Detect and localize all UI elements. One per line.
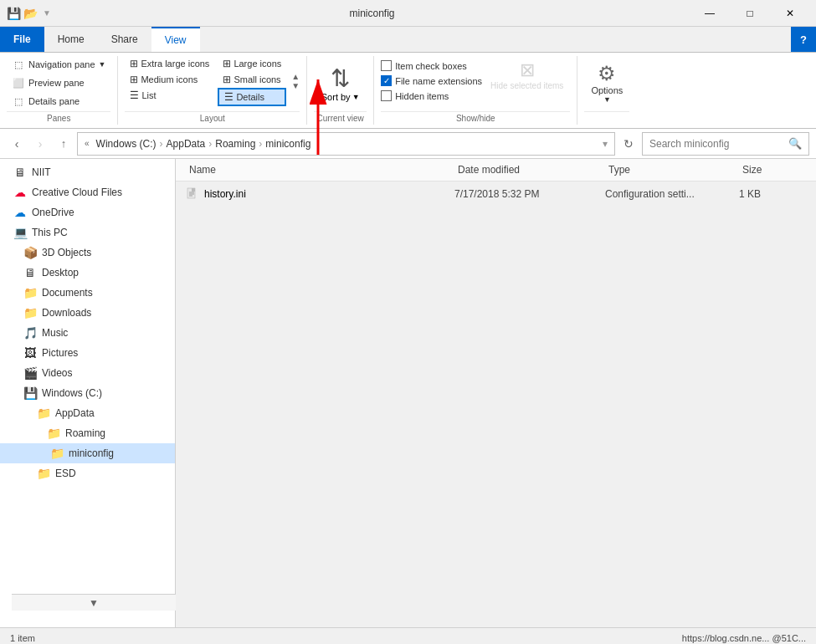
layout-large-icon: ⊞ [223,58,231,69]
windows-c-label: Windows (C:) [42,387,102,399]
sort-label-row: Sort by ▼ [321,92,360,102]
forward-button[interactable]: › [30,134,50,154]
navigation-pane-button[interactable]: ⬚ Navigation pane ▼ [7,56,110,73]
hidden-items-label: Hidden items [395,91,449,101]
hidden-items-checkbox[interactable] [381,90,392,101]
file-type: Configuration setti... [605,188,739,200]
window-controls: — □ ✕ [690,0,809,27]
sidebar-item-niit[interactable]: 🖥 NIIT [0,162,175,182]
breadcrumb-windows[interactable]: Windows (C:) [96,138,157,150]
niit-icon: 🖥 [13,166,27,179]
layout-medium[interactable]: ⊞ Medium icons [125,72,214,87]
layout-small[interactable]: ⊞ Small icons [218,72,286,87]
appdata-icon: 📁 [37,406,50,420]
layout-list[interactable]: ☰ List [125,88,214,103]
col-header-date[interactable]: Date modified [454,162,605,177]
sidebar-item-pictures[interactable]: 🖼 Pictures [0,343,175,363]
minimize-button[interactable]: — [690,0,729,27]
options-group-spacer [584,111,629,125]
downloads-icon: 📁 [23,306,37,319]
sidebar-item-this-pc[interactable]: 💻 This PC [0,222,175,243]
tab-file[interactable]: File [0,27,44,52]
col-header-name[interactable]: Name [186,162,454,177]
sort-arrow: ▼ [352,93,360,101]
onedrive-icon: ☁ [13,206,27,219]
layout-grid-2: ⊞ Large icons ⊞ Small icons ☰ Details [218,56,286,106]
options-button[interactable]: ⚙ Options ▼ [584,59,629,107]
col-header-type[interactable]: Type [605,162,739,177]
sidebar-item-windows-c[interactable]: 💾 Windows (C:) [0,383,175,403]
layout-large[interactable]: ⊞ Large icons [218,56,286,71]
tab-view[interactable]: View [151,27,200,52]
scroll-down-arrow[interactable]: ▼ [291,81,300,90]
help-icon[interactable]: ? [791,27,816,52]
search-icon[interactable]: 🔍 [788,137,802,150]
layout-details-icon: ☰ [224,91,234,103]
details-pane-button[interactable]: ⬚ Details pane [7,93,110,110]
sidebar-item-documents[interactable]: 📁 Documents [0,283,175,303]
file-name-cell: history.ini [186,187,454,201]
title-bar: 💾 📂 ▼ miniconfig — □ ✕ [0,0,816,27]
file-icon [186,187,199,201]
tab-share[interactable]: Share [98,27,151,52]
sidebar-item-music[interactable]: 🎵 Music [0,323,175,343]
preview-pane-label: Preview pane [28,78,85,88]
downloads-label: Downloads [42,307,91,319]
sort-icon: ⇅ [331,64,350,92]
sidebar-item-3d-objects[interactable]: 📦 3D Objects [0,243,175,263]
up-button[interactable]: ↑ [54,134,74,154]
sidebar-scroll-down[interactable]: ▼ [12,594,176,611]
sort-by-label: Sort by [321,92,351,102]
options-content: ⚙ Options ▼ [584,56,629,110]
sidebar-item-appdata[interactable]: 📁 AppData [0,403,175,423]
sidebar-item-desktop[interactable]: 🖥 Desktop [0,263,175,283]
ribbon-content: ⬚ Navigation pane ▼ ⬜ Preview pane ⬚ Det… [0,53,816,129]
breadcrumb-miniconfig[interactable]: miniconfig [265,138,310,150]
layout-medium-icon: ⊞ [130,74,138,85]
sidebar-item-videos[interactable]: 🎬 Videos [0,363,175,383]
file-header: Name Date modified Type Size [176,159,816,181]
preview-pane-button[interactable]: ⬜ Preview pane [7,74,110,91]
maximize-button[interactable]: □ [731,0,769,27]
status-url: https://blog.csdn.ne... @51C... [682,633,806,643]
sidebar-item-miniconfig[interactable]: 📁 miniconfig [0,443,175,463]
sidebar-item-roaming[interactable]: 📁 Roaming [0,423,175,443]
layout-details[interactable]: ☰ Details [218,88,286,106]
videos-label: Videos [42,367,72,379]
search-box: 🔍 [642,132,809,156]
sidebar-item-creative-cloud[interactable]: ☁ Creative Cloud Files [0,182,175,202]
appdata-label: AppData [55,407,95,419]
desktop-icon: 🖥 [23,266,37,279]
hide-selected-button[interactable]: ⊠ Hide selected items [484,56,570,95]
scroll-up-arrow[interactable]: ▲ [291,72,300,81]
sidebar: 🖥 NIIT ☁ Creative Cloud Files ☁ OneDrive… [0,159,176,627]
file-name-extensions-checkbox[interactable]: ✓ [381,75,392,86]
address-bar[interactable]: « Windows (C:) › AppData › Roaming › min… [77,132,615,156]
refresh-button[interactable]: ↻ [618,134,639,154]
sidebar-item-onedrive[interactable]: ☁ OneDrive [0,202,175,222]
search-input[interactable] [649,138,785,150]
sort-by-button[interactable]: ⇅ Sort by ▼ [315,63,367,104]
col-header-size[interactable]: Size [739,162,806,177]
item-check-boxes-checkbox[interactable] [381,60,392,71]
back-button[interactable]: ‹ [7,134,27,154]
sidebar-item-esd[interactable]: 📁 ESD [0,463,175,483]
breadcrumb-appdata[interactable]: AppData [167,138,206,150]
layout-extra-large[interactable]: ⊞ Extra large icons [125,56,214,71]
table-row[interactable]: history.ini 7/17/2018 5:32 PM Configurat… [176,185,816,203]
tab-home[interactable]: Home [44,27,98,52]
close-button[interactable]: ✕ [771,0,809,27]
miniconfig-label: miniconfig [69,447,114,459]
creative-cloud-icon: ☁ [13,186,27,199]
options-icon: ⚙ [598,62,616,85]
quick-access-undo-icon: ▼ [40,7,54,20]
desktop-label: Desktop [42,267,79,279]
sidebar-item-downloads[interactable]: 📁 Downloads [0,303,175,323]
address-chevron: ▾ [603,138,608,150]
nav-pane-label: Navigation pane [28,59,95,69]
file-date: 7/17/2018 5:32 PM [454,188,605,200]
3d-objects-icon: 📦 [23,246,37,259]
quick-access-save-icon: 💾 [7,7,20,20]
ribbon: File Home Share View ? [0,27,816,53]
breadcrumb-roaming[interactable]: Roaming [215,138,255,150]
